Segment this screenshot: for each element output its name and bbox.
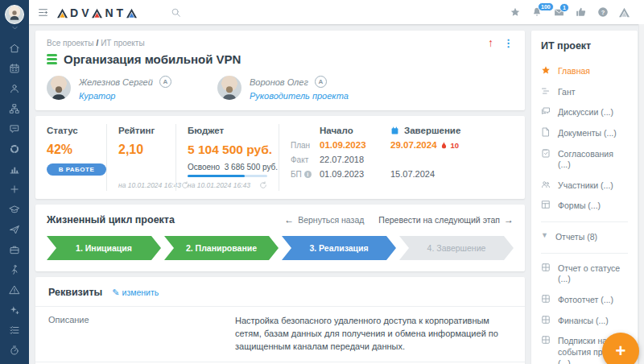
about-advanta-button[interactable]: [619, 7, 630, 18]
chevron-down-icon[interactable]: [11, 24, 19, 31]
budget-progress-track: [188, 175, 267, 177]
star-icon: [510, 6, 521, 18]
lifecycle-title: Жизненный цикл проекта: [47, 214, 175, 225]
bp-finish-date: 15.07.2024: [390, 169, 485, 179]
stopwatch-icon: [9, 345, 20, 356]
budget-metric: Бюджет 5 104 500 руб. Освоено 3 686 500 …: [175, 124, 279, 191]
menu-item-discussions[interactable]: Дискуссии (...): [541, 102, 628, 123]
report-table-icon: [541, 315, 551, 325]
search-icon: [171, 7, 181, 18]
current-user-avatar[interactable]: [5, 5, 24, 24]
sidebar-add-button[interactable]: [6, 184, 23, 195]
menu-item-forms[interactable]: Формы (...): [541, 196, 628, 217]
arrow-left-icon: ←: [284, 214, 294, 225]
triangle-down-icon: ▼: [541, 231, 548, 241]
person-role-link[interactable]: Куратор: [79, 91, 115, 101]
avatar[interactable]: [47, 76, 71, 100]
stage-completion[interactable]: 4. Завершение: [399, 236, 514, 260]
sidebar-risks-button[interactable]: [6, 284, 23, 296]
menu-item-status-report[interactable]: Отчет о статусе (...): [541, 259, 628, 290]
calendar-icon[interactable]: [390, 126, 399, 135]
person-photo-icon: [50, 84, 68, 100]
messages-button[interactable]: 1: [553, 7, 565, 18]
help-button[interactable]: ?: [597, 6, 609, 18]
avatar[interactable]: [217, 76, 242, 100]
role-substitute-icon[interactable]: A: [159, 76, 171, 88]
lifecycle-card: Жизненный цикл проекта ←Вернуться назад …: [35, 205, 525, 271]
field-value: Настройка безопасного удаленного доступа…: [235, 315, 512, 354]
plan-start-date: 01.09.2023: [320, 140, 390, 150]
dates-finish-header: Завершение: [404, 126, 460, 135]
project-panel: ИТ проект Главная Гант Дискуссии (...) Д…: [531, 24, 638, 364]
menu-item-documents[interactable]: Документы (...): [541, 123, 628, 144]
warning-icon: [9, 284, 20, 296]
person-role-link[interactable]: Руководитель проекта: [250, 91, 349, 101]
sparkles-icon: [9, 304, 20, 316]
breadcrumb-all-projects[interactable]: Все проекты: [47, 39, 93, 48]
stage-initiation[interactable]: 1. Инициация: [47, 236, 161, 260]
collapse-menu-button[interactable]: [37, 7, 49, 18]
info-icon[interactable]: i: [304, 171, 312, 178]
stage-planning[interactable]: 2. Планирование: [164, 236, 279, 260]
sidebar-structure-button[interactable]: [6, 103, 23, 114]
advanta-logo[interactable]: D V N T: [57, 6, 137, 19]
sidebar-timer-button[interactable]: [6, 345, 23, 356]
search-button[interactable]: [171, 7, 181, 18]
menu-item-main[interactable]: Главная: [541, 61, 628, 82]
role-substitute-icon[interactable]: A: [315, 76, 327, 88]
svg-text:?: ?: [601, 9, 605, 16]
rating-value: 2,10: [118, 143, 164, 157]
logo-letter-a-icon: [57, 8, 68, 19]
likes-button[interactable]: [576, 6, 587, 18]
menu-item-participants[interactable]: Участники (...): [541, 176, 628, 196]
logo-letter: D: [70, 7, 79, 19]
row-label-plan: План: [291, 141, 320, 150]
rating-label: Рейтинг: [118, 126, 164, 135]
sidebar-analytics-button[interactable]: [6, 163, 23, 175]
airplane-icon: [9, 224, 20, 235]
participants-icon: [541, 180, 551, 189]
add-fab-button[interactable]: +: [602, 333, 639, 364]
app-sidebar: [0, 0, 29, 364]
logo-letter-a-icon: [92, 8, 102, 19]
help-icon: ?: [597, 6, 609, 18]
edit-details-button[interactable]: ✎изменить: [112, 287, 159, 298]
more-menu-button[interactable]: ⋮: [503, 38, 514, 48]
page-scrollbar[interactable]: [638, 24, 644, 364]
breadcrumb-it-projects[interactable]: ИТ проекты: [101, 39, 144, 48]
menu-item-finance[interactable]: Финансы (...): [541, 311, 628, 332]
lifecycle-back-button[interactable]: ←Вернуться назад: [284, 214, 364, 225]
field-label: Описание: [48, 315, 235, 325]
lifecycle-next-button[interactable]: Перевести на следующий этап→: [378, 214, 514, 225]
favorites-button[interactable]: [510, 6, 521, 18]
person-name: Железнов Сергей: [79, 77, 153, 87]
menu-group-reports[interactable]: ▼ Отчеты (8): [541, 227, 628, 248]
sidebar-home-button[interactable]: [6, 43, 23, 54]
project-menu-title: ИТ проект: [541, 40, 628, 52]
current-user-menu[interactable]: [5, 5, 24, 31]
notifications-button[interactable]: 100: [531, 6, 543, 18]
go-up-button[interactable]: ↑: [488, 37, 493, 48]
sidebar-calendar-button[interactable]: [6, 63, 23, 74]
menu-item-approvals[interactable]: Согласования (...): [541, 144, 628, 176]
sidebar-discussions-button[interactable]: [6, 123, 23, 134]
sidebar-travel-button[interactable]: [6, 224, 23, 235]
project-menu-card: ИТ проект Главная Гант Дискуссии (...) Д…: [531, 31, 638, 364]
stage-implementation[interactable]: 3. Реализация: [282, 236, 396, 260]
status-badge[interactable]: В РАБОТЕ: [47, 163, 106, 176]
sidebar-contacts-button[interactable]: [6, 83, 23, 94]
org-structure-icon: [9, 103, 20, 114]
delay-days: 10: [451, 141, 460, 150]
discussions-icon: [541, 106, 551, 116]
sidebar-activity-button[interactable]: [6, 264, 23, 275]
lifecycle-stages: 1. Инициация 2. Планирование 3. Реализац…: [47, 236, 514, 260]
menu-item-photo-report[interactable]: Фотоотчет (...): [541, 290, 628, 311]
sidebar-education-button[interactable]: [6, 204, 23, 215]
sidebar-projects-button[interactable]: [6, 143, 23, 155]
project-title: Организация мобильной VPN: [64, 52, 241, 66]
menu-item-gantt[interactable]: Гант: [541, 82, 628, 103]
sidebar-tasks-button[interactable]: [6, 325, 23, 336]
sidebar-portfolio-button[interactable]: [6, 244, 23, 255]
sidebar-assistant-button[interactable]: [6, 304, 23, 316]
refresh-button[interactable]: [259, 181, 267, 189]
